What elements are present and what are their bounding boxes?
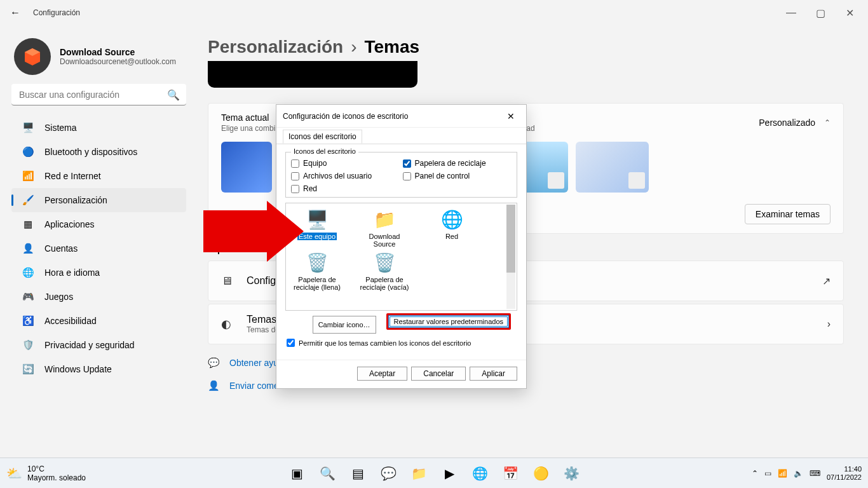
sidebar-item-accesibilidad[interactable]: ♿Accesibilidad [11,309,186,333]
close-button[interactable]: ✕ [835,3,864,23]
dialog-tab[interactable]: Iconos del escritorio [283,130,362,144]
nav-icon: 👤 [22,242,34,255]
theme-thumb[interactable] [221,142,272,193]
row-icon: 🖥 [221,274,235,288]
nav-icon: 🔄 [22,363,34,376]
breadcrumb-current: Temas [365,37,420,57]
language-indicator[interactable]: ⌨ [810,469,820,478]
nav-icon: 📶 [22,170,34,182]
sidebar-item-bluetooth-y-dispositivos[interactable]: 🔵Bluetooth y dispositivos [11,140,186,164]
theme-thumb[interactable] [576,142,649,193]
user-email: Downloadsourcenet@outlook.com [60,57,176,66]
group-title: Iconos del escritorio [291,147,358,155]
sidebar-item-red-e-internet[interactable]: 📶Red e Internet [11,164,186,188]
checkbox-archivos-del-usuario[interactable]: Archivos del usuario [291,172,400,180]
theme-preview [208,61,417,88]
wifi-icon[interactable]: 📶 [778,469,787,478]
maximize-button[interactable]: ▢ [806,3,835,23]
nav-icon: 🎮 [22,290,34,303]
battery-icon[interactable]: ▭ [764,469,771,478]
link-icon: 💬 [208,357,219,369]
open-icon: ↗ [822,275,831,287]
row-icon: ◐ [221,317,235,331]
dialog-close-button[interactable]: ✕ [502,111,520,121]
desktop-icon: 🗑️ [372,250,397,274]
nav-icon: ▦ [22,218,34,231]
desktop-icon: 🗑️ [305,250,329,274]
minimize-button[interactable]: — [776,3,806,23]
icon-este-equipo[interactable]: 🖥️Este equipo [290,207,344,248]
nav-icon: 🔵 [22,146,34,158]
ok-button[interactable]: Aceptar [357,367,407,381]
icon-papelera-de-reciclaje-llena-[interactable]: 🗑️Papelera de reciclaje (llena) [290,250,344,291]
chevron-up-icon[interactable]: ⌃ [824,118,831,127]
desktop-icon: 📁 [372,207,397,231]
cancel-button[interactable]: Cancelar [411,367,466,381]
taskbar-search-icon[interactable]: 🔍 [315,461,340,486]
checkbox-panel-de-control[interactable]: Panel de control [403,172,512,180]
checkbox-red[interactable]: Red [291,184,400,193]
sidebar-item-personalización[interactable]: 🖌️Personalización [11,188,186,212]
tray-chevron-icon[interactable]: ⌃ [752,469,758,478]
sidebar-item-juegos[interactable]: 🎮Juegos [11,285,186,309]
weather-icon: ⛅ [6,466,22,481]
taskbar: ⛅ 10°C Mayorm. soleado ▣ 🔍 ▤ 💬 📁 ▶ 🌐 📅 🟡… [0,458,868,488]
change-icon-button[interactable]: Cambiar icono… [313,316,376,334]
calendar-icon[interactable]: 📅 [498,461,523,486]
checkbox-equipo[interactable]: Equipo [291,159,400,168]
scrollbar[interactable] [506,205,515,309]
browse-themes-button[interactable]: Examinar temas [745,204,831,224]
icon-red[interactable]: 🌐Red [424,207,479,248]
explorer-icon[interactable]: 📁 [406,461,431,486]
desktop-icon: 🖥️ [305,207,329,231]
apply-button[interactable]: Aplicar [470,367,517,381]
icon-download-source[interactable]: 📁Download Source [357,207,412,248]
clock[interactable]: 11:40 07/11/2022 [827,465,862,482]
theme-value: Personalizado [759,118,815,128]
start-button[interactable]: ▣ [284,461,309,486]
avatar [14,38,51,75]
allow-themes-label: Permitir que los temas cambien los icono… [299,339,471,347]
sidebar-item-sistema[interactable]: 🖥️Sistema [11,116,186,140]
chevron-right-icon: › [351,37,356,57]
sidebar-item-aplicaciones[interactable]: ▦Aplicaciones [11,212,186,236]
dialog-title: Configuración de iconos de escritorio [283,112,502,121]
breadcrumb-parent[interactable]: Personalización [208,37,343,57]
sidebar-item-cuentas[interactable]: 👤Cuentas [11,236,186,261]
desktop-icons-dialog: Configuración de iconos de escritorio ✕ … [276,104,527,389]
settings-icon[interactable]: ⚙️ [559,461,584,486]
breadcrumb: Personalización › Temas [208,37,844,57]
nav-icon: 🖥️ [22,121,34,134]
task-view-icon[interactable]: ▤ [345,461,370,486]
chat-icon[interactable]: 💬 [376,461,401,486]
restore-defaults-button[interactable]: Restaurar valores predeterminados [388,315,509,328]
back-button[interactable]: ← [4,3,27,23]
user-name: Download Source [60,47,176,57]
nav-icon: 🌐 [22,266,34,279]
sidebar-item-windows-update[interactable]: 🔄Windows Update [11,357,186,381]
search-icon: 🔍 [167,89,180,101]
weather-widget[interactable]: ⛅ 10°C Mayorm. soleado [6,464,86,482]
user-profile[interactable]: Download Source Downloadsourcenet@outloo… [14,38,194,75]
nav-icon: ♿ [22,315,34,327]
icon-papelera-de-reciclaje-vac-a-[interactable]: 🗑️Papelera de reciclaje (vacía) [357,250,412,291]
volume-icon[interactable]: 🔈 [794,469,803,478]
open-icon: › [827,318,831,330]
edge-icon[interactable]: 🌐 [467,461,492,486]
link-icon: 👤 [208,380,219,391]
player-icon[interactable]: ▶ [437,461,462,486]
nav-icon: 🖌️ [22,194,34,207]
sidebar-item-hora-e-idioma[interactable]: 🌐Hora e idioma [11,261,186,285]
checkbox-papelera-de-reciclaje[interactable]: Papelera de reciclaje [403,159,512,168]
allow-themes-checkbox[interactable] [287,339,295,347]
chrome-icon[interactable]: 🟡 [528,461,553,486]
search-input[interactable] [11,84,186,105]
sidebar-item-privacidad-y-seguridad[interactable]: 🛡️Privacidad y seguridad [11,333,186,357]
desktop-icon: 🌐 [440,207,464,231]
window-title: Configuración [33,8,80,17]
nav-icon: 🛡️ [22,339,34,351]
